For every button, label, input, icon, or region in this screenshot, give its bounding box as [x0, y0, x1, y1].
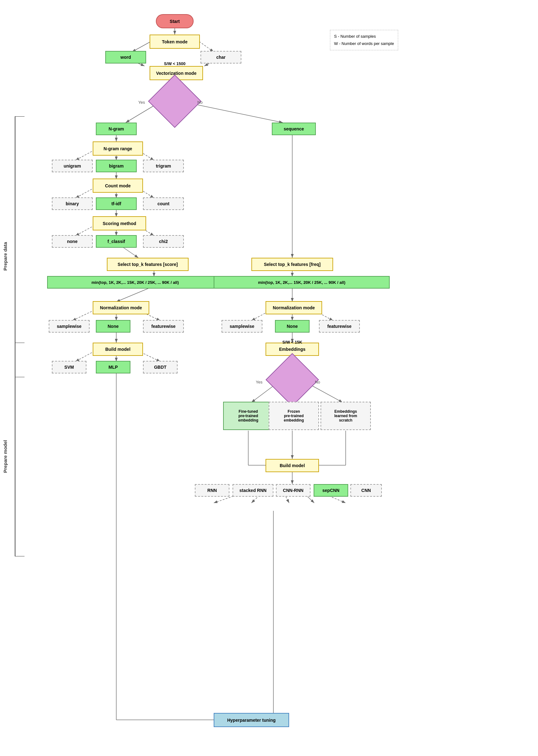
- norm-mode-right-node: Normalization mode: [266, 301, 322, 314]
- samplewise-right-node: samplewise: [222, 320, 262, 333]
- no-label-sw15k: No: [315, 380, 320, 384]
- none-left-node: None: [96, 320, 131, 333]
- start-node: Start: [156, 14, 193, 28]
- trigram-node: trigram: [143, 160, 184, 172]
- samplewise-left-node: samplewise: [49, 320, 89, 333]
- unigram-node: unigram: [52, 160, 93, 172]
- svm-node: SVM: [52, 361, 86, 373]
- word-node: word: [105, 51, 146, 64]
- none-score-node: none: [52, 235, 93, 248]
- legend-s: S - Number of samples: [334, 33, 394, 40]
- f-classif-node: f_classif: [96, 235, 137, 248]
- yes-label-sw15k: Yes: [256, 380, 262, 384]
- sw1500-diamond-wrapper: S/W < 1500: [156, 82, 193, 120]
- bracket-prepare-model: [9, 343, 27, 556]
- sepcnn-node: sepCNN: [314, 484, 348, 497]
- prepare-data-label: Prepare data: [3, 242, 8, 271]
- diagram-container: S - Number of samples W - Number of word…: [0, 0, 538, 756]
- ngram-node: N-gram: [96, 123, 137, 135]
- featurewise-left-node: featurewise: [143, 320, 184, 333]
- count-mode-node: Count mode: [93, 179, 143, 193]
- gbdt-node: GBDT: [143, 361, 178, 373]
- scoring-method-node: Scoring method: [93, 216, 146, 231]
- stacked-rnn-node: stacked RNN: [233, 484, 273, 497]
- bigram-node: bigram: [96, 160, 137, 172]
- select-topk-freq-node: Select top_k features [freq]: [251, 258, 333, 271]
- from-scratch-node: Embeddings learned from scratch: [321, 402, 371, 430]
- sw1500-diamond: [148, 75, 201, 128]
- fine-tuned-node: Fine-tuned pre-trained embedding: [223, 402, 273, 430]
- svg-line-3: [199, 41, 214, 52]
- topk-score-range-node: min(top, 1K, 2K,... 15K, 20K / 25K, ... …: [47, 276, 223, 289]
- cnn-node: CNN: [350, 484, 382, 497]
- rnn-node: RNN: [195, 484, 229, 497]
- build-model-right-node: Build model: [266, 459, 319, 472]
- no-label-sw1500: No: [197, 100, 203, 105]
- svg-line-8: [192, 104, 283, 123]
- chi2-node: chi2: [143, 235, 184, 248]
- select-topk-score-node: Select top_k features [score]: [107, 258, 188, 271]
- norm-mode-left-node: Normalization mode: [93, 301, 149, 314]
- bracket-prepare-data: [9, 116, 27, 377]
- hyperparameter-node: Hyperparameter tuning: [214, 713, 289, 727]
- svg-line-2: [132, 41, 151, 52]
- svg-line-43: [308, 384, 343, 403]
- tf-idf-node: tf-idf: [96, 197, 137, 210]
- frozen-node: Frozen pre-trained embedding: [269, 402, 319, 430]
- svg-line-7: [126, 104, 157, 123]
- topk-freq-range-node: min(top, 1K, 2K,... 15K, 20K / 25K, ... …: [214, 276, 390, 289]
- binary-node: binary: [52, 197, 93, 210]
- sw1500-label: S/W < 1500: [156, 45, 193, 82]
- build-model-left-node: Build model: [93, 343, 143, 356]
- sw15k-label: S/W < 15K: [273, 323, 311, 361]
- prepare-model-label: Prepare model: [3, 440, 8, 473]
- cnn-rnn-node: CNN-RNN: [276, 484, 310, 497]
- legend-w: W - Number of words per sample: [334, 40, 394, 47]
- count-node: count: [143, 197, 184, 210]
- sequence-node: sequence: [272, 123, 316, 135]
- featurewise-right-node: featurewise: [319, 320, 360, 333]
- yes-label-sw1500: Yes: [138, 100, 145, 105]
- sw15k-diamond: [266, 353, 319, 406]
- mlp-node: MLP: [96, 361, 131, 373]
- legend-box: S - Number of samples W - Number of word…: [330, 30, 398, 50]
- char-node: char: [200, 51, 242, 64]
- sw15k-diamond-wrapper: S/W < 15K: [273, 361, 311, 399]
- ngram-range-node: N-gram range: [93, 141, 143, 156]
